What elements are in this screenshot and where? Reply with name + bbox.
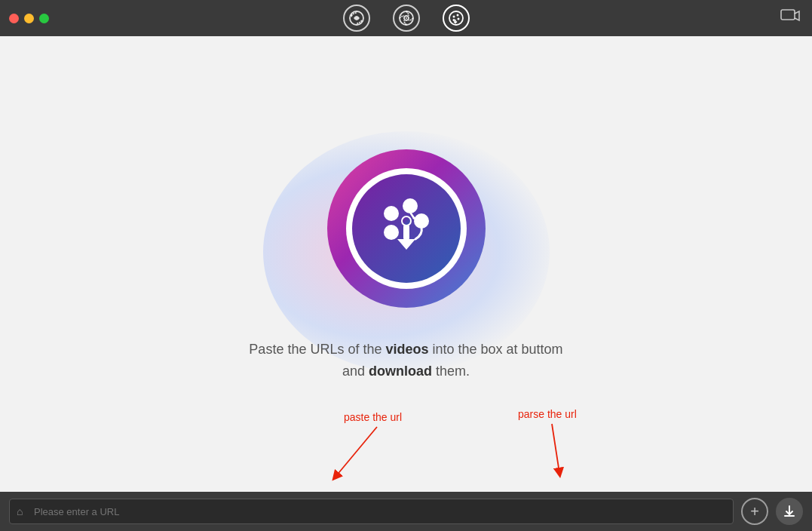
bottombar: ⌂ + — [0, 492, 812, 531]
media-icon — [780, 8, 800, 29]
paste-url-label: paste the url — [344, 411, 402, 423]
parse-url-label: parse the url — [518, 408, 577, 420]
url-input[interactable] — [9, 499, 734, 524]
svg-point-3 — [406, 17, 407, 19]
app-logo — [323, 146, 489, 312]
svg-line-23 — [336, 427, 377, 477]
titlebar — [0, 0, 812, 36]
svg-point-5 — [452, 16, 455, 18]
convert-video-button[interactable] — [343, 5, 370, 32]
plus-icon: + — [750, 503, 759, 520]
download-icon — [783, 505, 796, 518]
window-controls — [9, 14, 49, 23]
svg-point-16 — [384, 206, 399, 221]
minimize-button[interactable] — [24, 14, 34, 23]
parse-url-annotation: parse the url — [510, 401, 661, 492]
svg-point-7 — [457, 18, 459, 20]
toolbar-right — [780, 8, 800, 29]
svg-line-24 — [552, 424, 559, 473]
desc-line2: and download them. — [342, 364, 470, 379]
parse-button[interactable]: + — [741, 498, 768, 525]
svg-rect-9 — [781, 10, 795, 20]
close-button[interactable] — [9, 14, 19, 23]
svg-point-17 — [403, 198, 418, 213]
toolbar-icons — [343, 5, 470, 32]
svg-point-8 — [452, 19, 455, 21]
svg-rect-21 — [403, 226, 409, 239]
description-text: Paste the URLs of the videos into the bo… — [249, 339, 562, 382]
svg-point-20 — [402, 216, 411, 226]
download-video-button[interactable] — [443, 5, 470, 32]
desc-line1: Paste the URLs of the videos into the bo… — [249, 342, 562, 357]
logo-container — [323, 146, 489, 315]
download-button[interactable] — [776, 498, 803, 525]
svg-point-6 — [456, 14, 458, 17]
rip-dvd-button[interactable] — [393, 5, 420, 32]
svg-point-19 — [384, 225, 399, 240]
paste-url-annotation: paste the url — [0, 401, 812, 492]
main-content: Paste the URLs of the videos into the bo… — [0, 36, 812, 492]
home-icon: ⌂ — [17, 505, 23, 517]
url-input-wrapper: ⌂ — [9, 499, 734, 524]
maximize-button[interactable] — [39, 14, 49, 23]
